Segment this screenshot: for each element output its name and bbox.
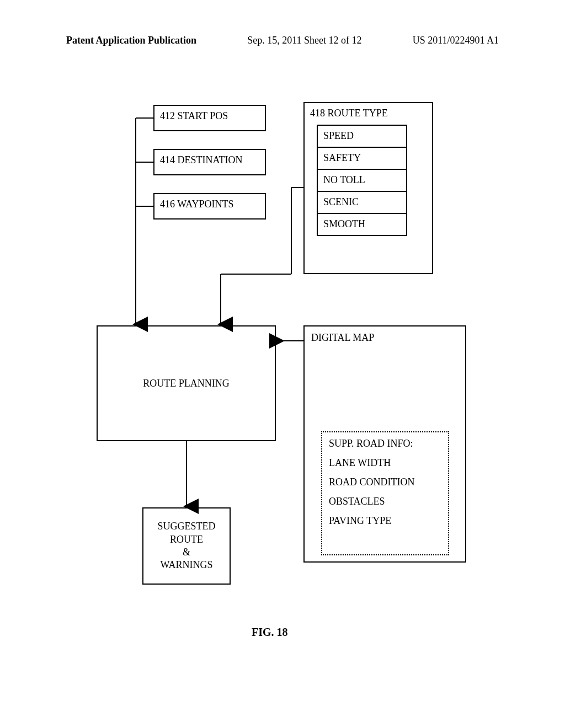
- supp-item-lane-width: LANE WIDTH: [329, 457, 441, 469]
- route-type-item-speed: SPEED: [317, 125, 407, 148]
- header-pub-number: US 2011/0224901 A1: [413, 35, 499, 46]
- header-publication: Patent Application Publication: [66, 35, 196, 46]
- page-header: Patent Application Publication Sep. 15, …: [66, 35, 499, 46]
- route-type-item-safety: SAFETY: [317, 147, 407, 170]
- supp-road-info-box: SUPP. ROAD INFO: LANE WIDTH ROAD CONDITI…: [321, 431, 449, 555]
- route-type-item-label: SMOOTH: [323, 218, 365, 229]
- start-pos-box: 412 START POS: [153, 105, 266, 131]
- digital-map-box: DIGITAL MAP SUPP. ROAD INFO: LANE WIDTH …: [303, 325, 466, 563]
- digital-map-title: DIGITAL MAP: [311, 332, 459, 344]
- supp-item-obstacles: OBSTACLES: [329, 496, 441, 507]
- waypoints-label: 416 WAYPOINTS: [160, 199, 234, 210]
- header-date-sheet: Sep. 15, 2011 Sheet 12 of 12: [247, 35, 361, 46]
- destination-label: 414 DESTINATION: [160, 154, 242, 165]
- connectors: [0, 0, 565, 728]
- page: Patent Application Publication Sep. 15, …: [0, 0, 565, 728]
- destination-box: 414 DESTINATION: [153, 149, 266, 175]
- suggested-route-label: SUGGESTED ROUTE & WARNINGS: [157, 520, 215, 572]
- route-type-title: 418 ROUTE TYPE: [310, 108, 427, 119]
- supp-item-paving-type: PAVING TYPE: [329, 515, 441, 527]
- route-type-item-notoll: NO TOLL: [317, 169, 407, 192]
- supp-road-info-title: SUPP. ROAD INFO:: [329, 438, 441, 449]
- route-type-item-scenic: SCENIC: [317, 191, 407, 214]
- route-type-box: 418 ROUTE TYPE SPEED SAFETY NO TOLL SCEN…: [303, 102, 433, 274]
- route-type-item-label: SPEED: [323, 130, 354, 141]
- start-pos-label: 412 START POS: [160, 110, 228, 121]
- suggested-route-box: SUGGESTED ROUTE & WARNINGS: [142, 507, 231, 585]
- route-planning-label: ROUTE PLANNING: [143, 378, 230, 389]
- route-type-item-label: SCENIC: [323, 196, 359, 207]
- route-type-item-label: SAFETY: [323, 152, 361, 163]
- waypoints-box: 416 WAYPOINTS: [153, 193, 266, 220]
- supp-item-road-condition: ROAD CONDITION: [329, 477, 441, 488]
- figure-label: FIG. 18: [252, 626, 288, 639]
- route-planning-box: ROUTE PLANNING: [97, 325, 276, 441]
- route-type-item-smooth: SMOOTH: [317, 213, 407, 236]
- route-type-item-label: NO TOLL: [323, 174, 365, 185]
